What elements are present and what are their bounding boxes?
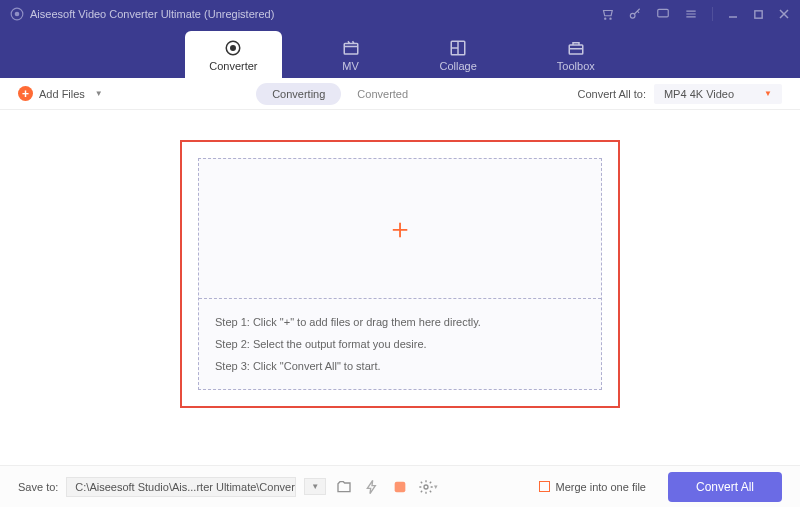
close-button[interactable]: [778, 8, 790, 20]
gpu-accel-icon[interactable]: [362, 477, 382, 497]
app-logo-icon: [10, 7, 24, 21]
drop-area[interactable]: ＋: [199, 159, 601, 299]
convert-all-to: Convert All to: MP4 4K Video ▼: [577, 84, 782, 104]
tab-toolbox[interactable]: Toolbox: [537, 33, 615, 78]
high-speed-icon[interactable]: [390, 477, 410, 497]
window-title: Aiseesoft Video Converter Ultimate (Unre…: [30, 8, 600, 20]
settings-icon[interactable]: ▾: [418, 477, 438, 497]
svg-rect-9: [344, 44, 358, 55]
main-tabs: Converter MV Collage Toolbox: [0, 28, 800, 78]
svg-point-8: [231, 46, 236, 51]
open-folder-icon[interactable]: [334, 477, 354, 497]
main-area: ＋ Step 1: Click "+" to add files or drag…: [0, 110, 800, 465]
menu-icon[interactable]: [684, 7, 698, 21]
checkbox-icon: [539, 481, 550, 492]
add-plus-icon: ＋: [386, 210, 414, 248]
feedback-icon[interactable]: [656, 7, 670, 21]
svg-point-2: [605, 18, 606, 19]
svg-point-13: [424, 485, 428, 489]
save-to-label: Save to:: [18, 481, 58, 493]
step-3: Step 3: Click "Convert All" to start.: [215, 355, 585, 377]
status-tab-converting[interactable]: Converting: [256, 83, 341, 105]
footer: Save to: C:\Aiseesoft Studio\Ais...rter …: [0, 465, 800, 507]
tab-label: Toolbox: [557, 60, 595, 72]
convert-all-to-label: Convert All to:: [577, 88, 645, 100]
dropzone: ＋ Step 1: Click "+" to add files or drag…: [198, 158, 602, 390]
selected-format: MP4 4K Video: [664, 88, 734, 100]
tab-label: Converter: [209, 60, 257, 72]
status-tabs: Converting Converted: [256, 83, 424, 105]
status-tab-converted[interactable]: Converted: [341, 83, 424, 105]
plus-icon: +: [18, 86, 33, 101]
svg-point-3: [610, 18, 611, 19]
tab-converter[interactable]: Converter: [185, 31, 281, 78]
save-path-field[interactable]: C:\Aiseesoft Studio\Ais...rter Ultimate\…: [66, 477, 296, 497]
chevron-down-icon: ▼: [95, 89, 103, 98]
titlebar: Aiseesoft Video Converter Ultimate (Unre…: [0, 0, 800, 28]
cart-icon[interactable]: [600, 7, 614, 21]
merge-checkbox[interactable]: Merge into one file: [539, 481, 646, 493]
step-1: Step 1: Click "+" to add files or drag t…: [215, 311, 585, 333]
step-2: Step 2: Select the output format you des…: [215, 333, 585, 355]
key-icon[interactable]: [628, 7, 642, 21]
instructions: Step 1: Click "+" to add files or drag t…: [199, 299, 601, 389]
svg-rect-12: [395, 481, 406, 492]
convert-all-button[interactable]: Convert All: [668, 472, 782, 502]
maximize-button[interactable]: [753, 9, 764, 20]
svg-point-4: [630, 13, 635, 18]
tab-label: MV: [342, 60, 359, 72]
svg-rect-6: [755, 10, 762, 17]
dropzone-highlight: ＋ Step 1: Click "+" to add files or drag…: [180, 140, 620, 408]
tab-label: Collage: [440, 60, 477, 72]
merge-label: Merge into one file: [555, 481, 646, 493]
tab-mv[interactable]: MV: [322, 33, 380, 78]
minimize-button[interactable]: [727, 8, 739, 20]
add-files-button[interactable]: + Add Files ▼: [18, 86, 103, 101]
tab-collage[interactable]: Collage: [420, 33, 497, 78]
toolbar: + Add Files ▼ Converting Converted Conve…: [0, 78, 800, 110]
path-dropdown[interactable]: ▼: [304, 478, 326, 495]
window-controls: [600, 7, 790, 21]
svg-rect-5: [658, 9, 669, 17]
output-format-select[interactable]: MP4 4K Video ▼: [654, 84, 782, 104]
chevron-down-icon: ▼: [764, 89, 772, 98]
divider: [712, 7, 713, 21]
svg-point-1: [15, 12, 20, 17]
add-files-label: Add Files: [39, 88, 85, 100]
